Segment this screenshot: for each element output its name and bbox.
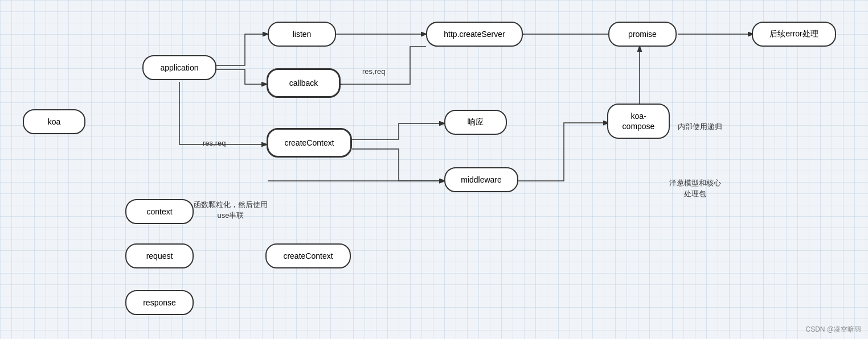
node-callback: callback: [267, 68, 341, 98]
node-response: response: [125, 290, 194, 315]
label-res-req-2: res,req: [203, 139, 226, 147]
node-createcontext: createContext: [267, 128, 352, 158]
label-onion: 洋葱模型和核心 处理包: [669, 166, 721, 200]
node-koa-compose: koa- compose: [607, 104, 670, 139]
watermark: CSDN @凌空暗羽: [805, 325, 861, 334]
node-createcontext2: createContext: [265, 243, 351, 268]
node-promise: promise: [608, 22, 677, 47]
node-listen: listen: [268, 22, 336, 47]
node-error: 后续error处理: [752, 22, 836, 47]
node-xiangying: 响应: [444, 110, 507, 135]
node-koa: koa: [23, 109, 85, 134]
label-inner-use: 内部使用递归: [678, 122, 722, 132]
node-application: application: [142, 55, 216, 80]
node-http-createserver: http.createServer: [426, 22, 523, 47]
node-middleware: middleware: [444, 167, 518, 192]
node-request: request: [125, 243, 194, 268]
node-context: context: [125, 199, 194, 224]
label-res-req-1: res,req: [362, 67, 385, 76]
label-granular: 函数颗粒化，然后使用 use串联: [194, 188, 268, 221]
